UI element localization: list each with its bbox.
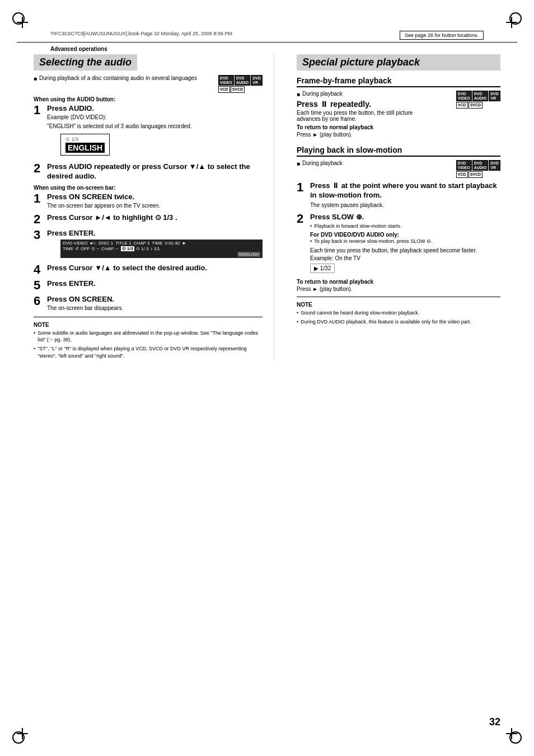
header-note: See page 26 for button locations. — [400, 31, 484, 40]
os-step6-body: The on-screen bar disappears. — [47, 304, 263, 312]
note-section-right: NOTE • Sound cannot be heard during slow… — [297, 297, 500, 325]
crosshair-tl — [17, 17, 28, 28]
fbf-return-label: To return to normal playback — [297, 124, 500, 130]
note-title-left: NOTE — [34, 322, 263, 328]
left-section-heading: Selecting the audio — [34, 54, 137, 71]
fbf-step-title: Press ⏸ repeatedly. — [297, 100, 420, 109]
os-step1-title: Press ON SCREEN twice. — [47, 192, 263, 201]
content-columns: Selecting the audio ■ During playback of… — [17, 54, 517, 361]
step1-body2: "ENGLISH" is selected out of 3 audio lan… — [47, 123, 263, 130]
sm-example: Example: On the TV — [310, 255, 500, 261]
os-step5-title: Press ENTER. — [47, 279, 263, 288]
sm-step-1: 1 Press ⏸ at the point where you want to… — [297, 181, 500, 209]
format-badges-left: DVDVIDEO DVDAUDIO DVDVR VCD SVCD — [218, 75, 263, 93]
sm-return-label: To return to normal playback — [297, 279, 500, 285]
fbf-bullet: ■ During playback — [297, 91, 420, 97]
os-step2-title: Press Cursor ►/◄ to highlight ⊙ 1/3 . — [47, 213, 263, 222]
sm-note2: • During DVD AUDIO playback, this featur… — [297, 318, 500, 326]
os-step-1: 1 Press ON SCREEN twice. The on-screen b… — [34, 192, 263, 210]
sm-each-time: Each time you press the button, the play… — [310, 247, 500, 253]
badge-vcd: VCD — [218, 86, 230, 93]
step-2: 2 Press AUDIO repeatedly or press Cursor… — [34, 162, 263, 181]
fbf-heading: Frame-by-frame playback — [297, 76, 500, 87]
display-line1: ⊙ 1/3 — [65, 137, 105, 142]
note-section-left: NOTE • Some subtitle or audio languages … — [34, 317, 263, 359]
highlighted-cell: ⊙ 1/3 — [121, 246, 134, 251]
sm-step-2: 2 Press SLOW ⊕. • Playback in forward sl… — [297, 213, 500, 275]
os-step3-title: Press ENTER. — [47, 229, 263, 237]
sm-dvd-label: For DVD VIDEO/DVD AUDIO only: — [310, 232, 500, 238]
sm-display: ▶ 1/32 — [310, 264, 335, 273]
os-step-4: 4 Press Cursor ▼/▲ to select the desired… — [34, 264, 263, 276]
note1-left: • Some subtitle or audio languages are a… — [34, 330, 263, 344]
page-header: TIFC3C6C7C9[AUWUSUNUGUX].book Page 32 Mo… — [17, 0, 517, 43]
sm-dvd-bullet: • To play back in reverse slow-motion, p… — [310, 238, 500, 245]
right-column: Special picture playback Frame-by-frame … — [291, 54, 500, 361]
sm-step2-title: Press SLOW ⊕. — [310, 213, 500, 221]
os-step-2: 2 Press Cursor ►/◄ to highlight ⊙ 1/3 . — [34, 213, 263, 226]
step1-body1: Example (DVD VIDEO): — [47, 114, 263, 121]
os-step1-body: The on-screen bar appears on the TV scre… — [47, 202, 263, 210]
sm-note1: • Sound cannot be heard during slow-moti… — [297, 309, 500, 317]
step1-title: Press AUDIO. — [47, 104, 263, 112]
sm-badges: DVDVIDEO DVDAUDIO DVDVR VCD SVCD — [456, 160, 500, 178]
sm-return-body: Press ► (play button). — [297, 286, 500, 292]
sm-step2-bullet1: • Playback in forward slow-motion starts… — [310, 223, 500, 230]
fbf-return-body: Press ► (play button). — [297, 132, 500, 138]
header-file-info: TIFC3C6C7C9[AUWUSUNUGUX].book Page 32 Mo… — [50, 31, 232, 37]
sm-heading: Playing back in slow-motion — [297, 145, 500, 157]
note-title-right: NOTE — [297, 302, 500, 308]
english-bar: ENGLISH — [237, 252, 260, 257]
when-using-onscreen-label: When using the on-screen bar: — [34, 185, 263, 191]
os-step-6: 6 Press ON SCREEN. The on-screen bar dis… — [34, 295, 263, 312]
step2-title: Press AUDIO repeatedly or press Cursor ▼… — [47, 162, 263, 181]
sm-step1-title: Press ⏸ at the point where you want to s… — [310, 181, 500, 200]
crosshair-bl — [17, 728, 28, 739]
display-english: ENGLISH — [65, 143, 105, 153]
onscreen-bar-display: DVD-VIDEO ●/○ DISC 1 TITLE 1 CHAP 3 TIME… — [60, 240, 263, 258]
left-column: Selecting the audio ■ During playback of… — [34, 54, 274, 361]
sm-step1-body: The system pauses playback. — [310, 201, 500, 209]
display-box: ⊙ 1/3 ENGLISH — [60, 134, 110, 156]
os-step6-title: Press ON SCREEN. — [47, 295, 263, 303]
fbf-step-body: Each time you press the button, the stil… — [297, 110, 420, 122]
section-label: Advanced operations — [50, 46, 107, 52]
badge-svcd: SVCD — [231, 86, 245, 93]
badge-dvd-audio: DVDAUDIO — [235, 75, 251, 86]
crosshair-br — [506, 728, 517, 739]
sm-bullet: ■ During playback — [297, 160, 343, 167]
fbf-badges: DVDVIDEO DVDAUDIO DVDVR VCD SVCD — [456, 91, 500, 109]
badge-dvd-vr: DVDVR — [251, 75, 263, 86]
intro-bullet: ■ During playback of a disc containing a… — [34, 75, 197, 82]
crosshair-tr — [506, 17, 517, 28]
when-using-audio-label: When using the AUDIO button: — [34, 96, 263, 102]
badge-dvd-video: DVDVIDEO — [218, 75, 234, 86]
os-step-3: 3 Press ENTER. DVD-VIDEO ●/○ DISC 1 TITL… — [34, 229, 263, 260]
page: TIFC3C6C7C9[AUWUSUNUGUX].book Page 32 Mo… — [0, 0, 534, 756]
page-number: 32 — [489, 716, 500, 728]
os-step4-title: Press Cursor ▼/▲ to select the desired a… — [47, 264, 263, 273]
step-1: 1 Press AUDIO. Example (DVD VIDEO): "ENG… — [34, 104, 263, 159]
right-section-heading: Special picture playback — [297, 54, 500, 71]
note2-left: • "ST", "L" or "R" is displayed when pla… — [34, 345, 263, 359]
os-step-5: 5 Press ENTER. — [34, 279, 263, 292]
section-header-row: Advanced operations — [17, 43, 517, 54]
